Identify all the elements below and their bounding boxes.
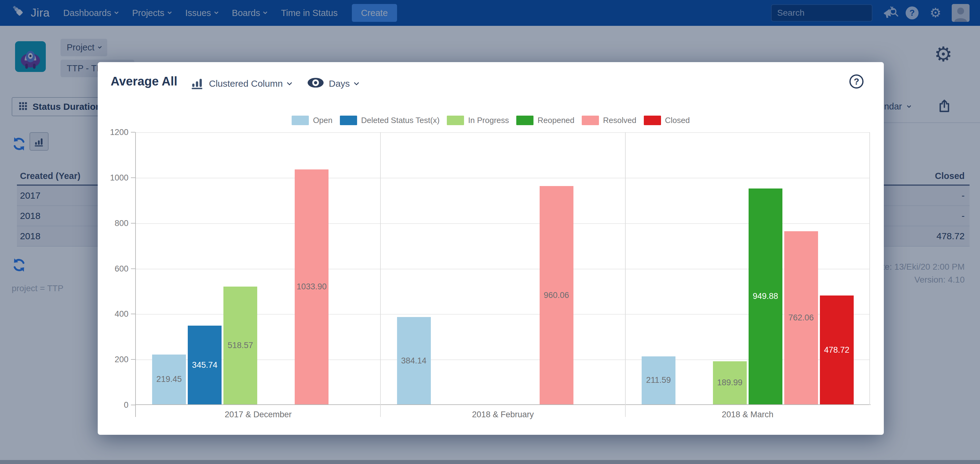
y-axis-tick (131, 405, 135, 405)
bar-resolved[interactable]: 1033.90 (295, 169, 329, 404)
y-axis-label: 200 (87, 355, 129, 364)
bar-open[interactable]: 211.59 (642, 356, 675, 404)
bar-deleted-status-test-x-[interactable]: 345.74 (188, 325, 221, 404)
chart-legend: OpenDeleted Status Test(x)In ProgressReo… (98, 116, 884, 125)
bar-value-label: 189.99 (717, 378, 743, 387)
legend-label: Open (313, 116, 332, 125)
legend-label: In Progress (468, 116, 509, 125)
bar-value-label: 960.06 (544, 290, 569, 300)
y-axis-label: 600 (87, 264, 129, 274)
legend-swatch (582, 116, 599, 125)
legend-item[interactable]: In Progress (447, 116, 509, 125)
y-axis-label: 0 (87, 400, 129, 410)
eye-icon (307, 77, 324, 90)
modal-title: Average All (111, 74, 177, 88)
help-circle-icon[interactable]: ? (850, 74, 864, 89)
bar-closed[interactable]: 478.72 (820, 295, 854, 404)
y-axis-label: 1200 (87, 128, 129, 137)
y-axis-tick (131, 177, 135, 178)
x-axis-category-label: 2018 & February (439, 410, 568, 419)
y-axis-label: 400 (87, 309, 129, 319)
screen: Jira DashboardsProjectsIssuesBoardsTime … (0, 0, 980, 464)
bar-in-progress[interactable]: 518.57 (223, 287, 257, 404)
legend-item[interactable]: Open (292, 116, 332, 125)
bar-value-label: 949.88 (753, 292, 778, 301)
legend-swatch (516, 116, 533, 125)
category-separator (625, 132, 626, 417)
chart-type-dropdown[interactable]: Clustered Column (191, 76, 291, 92)
chevron-down-icon (287, 80, 292, 86)
category-separator (380, 132, 381, 417)
legend-swatch (447, 116, 464, 125)
gridline (136, 178, 870, 179)
legend-item[interactable]: Resolved (582, 116, 636, 125)
bar-in-progress[interactable]: 189.99 (713, 361, 747, 404)
clustered-column-chart: 020040060080010001200219.45345.74518.571… (136, 132, 870, 405)
plot-right-edge (869, 132, 870, 405)
y-axis-tick (131, 268, 135, 269)
x-axis-category-label: 2018 & March (683, 410, 812, 419)
y-axis-line (135, 132, 136, 417)
bar-value-label: 762.06 (789, 313, 814, 322)
gridline (136, 132, 870, 133)
y-axis-tick (131, 223, 135, 223)
bar-value-label: 211.59 (646, 375, 671, 385)
bar-resolved[interactable]: 960.06 (539, 186, 573, 404)
bar-value-label: 518.57 (228, 341, 253, 350)
y-axis-tick (131, 314, 135, 314)
bar-chart-icon (191, 76, 204, 92)
bar-open[interactable]: 384.14 (397, 317, 431, 404)
chevron-down-icon (354, 80, 359, 86)
legend-item[interactable]: Closed (644, 116, 690, 125)
bar-resolved[interactable]: 762.06 (784, 231, 818, 404)
legend-label: Deleted Status Test(x) (361, 116, 439, 125)
legend-swatch (292, 116, 309, 125)
y-axis-tick (131, 359, 135, 360)
y-axis-tick (131, 132, 135, 132)
y-axis-label: 1000 (87, 173, 129, 183)
legend-item[interactable]: Reopened (516, 116, 574, 125)
legend-label: Resolved (603, 116, 636, 125)
bar-value-label: 478.72 (824, 345, 850, 355)
bar-reopened[interactable]: 949.88 (749, 188, 783, 404)
average-all-modal: Average All Clustered Column Days (98, 62, 884, 435)
legend-item[interactable]: Deleted Status Test(x) (340, 116, 439, 125)
legend-label: Reopened (538, 116, 574, 125)
legend-swatch (340, 116, 357, 125)
x-axis-line (135, 404, 870, 405)
legend-swatch (644, 116, 661, 125)
x-axis-category-label: 2017 & December (194, 410, 323, 419)
y-axis-label: 800 (87, 218, 129, 228)
bar-value-label: 345.74 (192, 360, 218, 370)
unit-dropdown[interactable]: Days (307, 76, 358, 92)
legend-label: Closed (665, 116, 690, 125)
bar-value-label: 384.14 (401, 356, 426, 365)
bar-value-label: 219.45 (156, 375, 182, 384)
bar-value-label: 1033.90 (297, 282, 327, 292)
bar-open[interactable]: 219.45 (152, 354, 186, 404)
